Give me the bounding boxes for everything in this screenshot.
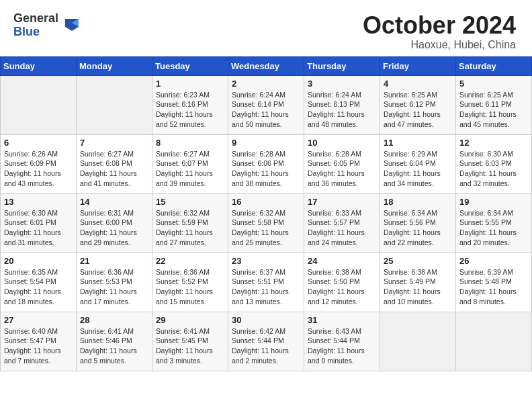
day-info: Sunrise: 6:24 AMSunset: 6:13 PMDaylight:… [308,90,376,130]
day-number: 1 [156,79,224,89]
day-number: 12 [459,138,528,148]
day-of-week-header: Friday [380,56,456,75]
calendar-cell: 15Sunrise: 6:32 AMSunset: 5:59 PMDayligh… [152,193,228,253]
logo-general: General [13,12,58,26]
day-number: 21 [80,256,148,266]
day-number: 10 [308,138,376,148]
calendar-header: SundayMondayTuesdayWednesdayThursdayFrid… [1,56,532,75]
day-info: Sunrise: 6:38 AMSunset: 5:49 PMDaylight:… [384,267,452,307]
calendar-cell: 4Sunrise: 6:25 AMSunset: 6:12 PMDaylight… [380,75,456,134]
calendar-cell: 11Sunrise: 6:29 AMSunset: 6:04 PMDayligh… [380,134,456,193]
day-number: 31 [308,315,376,325]
day-number: 13 [4,197,73,207]
day-of-week-header: Wednesday [228,56,304,75]
day-info: Sunrise: 6:42 AMSunset: 5:44 PMDaylight:… [232,326,300,366]
calendar-cell: 20Sunrise: 6:35 AMSunset: 5:54 PMDayligh… [1,253,77,312]
day-info: Sunrise: 6:37 AMSunset: 5:51 PMDaylight:… [232,267,300,307]
calendar-cell [380,312,456,371]
day-info: Sunrise: 6:30 AMSunset: 6:01 PMDaylight:… [4,208,73,248]
day-info: Sunrise: 6:31 AMSunset: 6:00 PMDaylight:… [80,208,148,248]
day-number: 15 [156,197,224,207]
day-number: 29 [156,315,224,325]
day-of-week-header: Thursday [304,56,380,75]
day-number: 25 [384,256,452,266]
calendar-cell [1,75,77,134]
day-info: Sunrise: 6:25 AMSunset: 6:12 PMDaylight:… [384,90,452,130]
logo-text: General Blue [13,12,58,39]
calendar-cell: 19Sunrise: 6:34 AMSunset: 5:55 PMDayligh… [456,193,532,253]
day-of-week-header: Sunday [1,56,77,75]
day-number: 28 [80,315,148,325]
day-info: Sunrise: 6:23 AMSunset: 6:16 PMDaylight:… [156,90,224,130]
calendar-cell: 16Sunrise: 6:32 AMSunset: 5:58 PMDayligh… [228,193,304,253]
day-info: Sunrise: 6:32 AMSunset: 5:58 PMDaylight:… [232,208,300,248]
day-number: 16 [232,197,300,207]
calendar-cell: 29Sunrise: 6:41 AMSunset: 5:45 PMDayligh… [152,312,228,371]
calendar-cell: 28Sunrise: 6:41 AMSunset: 5:46 PMDayligh… [77,312,152,371]
calendar-body: 1Sunrise: 6:23 AMSunset: 6:16 PMDaylight… [1,75,532,371]
day-info: Sunrise: 6:40 AMSunset: 5:47 PMDaylight:… [4,326,73,366]
day-of-week-header: Monday [77,56,152,75]
calendar-cell: 10Sunrise: 6:28 AMSunset: 6:05 PMDayligh… [304,134,380,193]
calendar-cell: 26Sunrise: 6:39 AMSunset: 5:48 PMDayligh… [456,253,532,312]
day-info: Sunrise: 6:41 AMSunset: 5:45 PMDaylight:… [156,326,224,366]
day-number: 26 [459,256,528,266]
calendar-cell: 9Sunrise: 6:28 AMSunset: 6:06 PMDaylight… [228,134,304,193]
day-number: 11 [384,138,452,148]
day-number: 2 [232,79,300,89]
day-number: 17 [308,197,376,207]
day-info: Sunrise: 6:25 AMSunset: 6:11 PMDaylight:… [459,90,528,130]
day-number: 3 [308,79,376,89]
day-of-week-header: Saturday [456,56,532,75]
day-number: 24 [308,256,376,266]
day-number: 20 [4,256,73,266]
calendar-cell: 13Sunrise: 6:30 AMSunset: 6:01 PMDayligh… [1,193,77,253]
calendar-cell [77,75,152,134]
day-number: 30 [232,315,300,325]
logo-blue: Blue [13,26,58,39]
day-info: Sunrise: 6:34 AMSunset: 5:55 PMDaylight:… [459,208,528,248]
day-info: Sunrise: 6:38 AMSunset: 5:50 PMDaylight:… [308,267,376,307]
day-info: Sunrise: 6:32 AMSunset: 5:59 PMDaylight:… [156,208,224,248]
day-number: 9 [232,138,300,148]
day-info: Sunrise: 6:43 AMSunset: 5:44 PMDaylight:… [308,326,376,366]
calendar-cell: 17Sunrise: 6:33 AMSunset: 5:57 PMDayligh… [304,193,380,253]
calendar-cell: 30Sunrise: 6:42 AMSunset: 5:44 PMDayligh… [228,312,304,371]
day-info: Sunrise: 6:27 AMSunset: 6:07 PMDaylight:… [156,149,224,189]
logo-icon [62,16,81,35]
calendar-cell: 24Sunrise: 6:38 AMSunset: 5:50 PMDayligh… [304,253,380,312]
calendar-cell: 2Sunrise: 6:24 AMSunset: 6:14 PMDaylight… [228,75,304,134]
calendar-cell: 8Sunrise: 6:27 AMSunset: 6:07 PMDaylight… [152,134,228,193]
day-info: Sunrise: 6:24 AMSunset: 6:14 PMDaylight:… [232,90,300,130]
day-info: Sunrise: 6:33 AMSunset: 5:57 PMDaylight:… [308,208,376,248]
day-info: Sunrise: 6:34 AMSunset: 5:56 PMDaylight:… [384,208,452,248]
calendar-table: SundayMondayTuesdayWednesdayThursdayFrid… [0,56,532,371]
calendar-cell: 18Sunrise: 6:34 AMSunset: 5:56 PMDayligh… [380,193,456,253]
calendar-cell: 7Sunrise: 6:27 AMSunset: 6:08 PMDaylight… [77,134,152,193]
day-info: Sunrise: 6:29 AMSunset: 6:04 PMDaylight:… [384,149,452,189]
calendar-cell: 3Sunrise: 6:24 AMSunset: 6:13 PMDaylight… [304,75,380,134]
day-info: Sunrise: 6:30 AMSunset: 6:03 PMDaylight:… [459,149,528,189]
day-number: 19 [459,197,528,207]
header-row: SundayMondayTuesdayWednesdayThursdayFrid… [1,56,532,75]
calendar-cell: 25Sunrise: 6:38 AMSunset: 5:49 PMDayligh… [380,253,456,312]
day-info: Sunrise: 6:39 AMSunset: 5:48 PMDaylight:… [459,267,528,307]
month-title: October 2024 [363,12,516,39]
day-info: Sunrise: 6:28 AMSunset: 6:06 PMDaylight:… [232,149,300,189]
page-header: General Blue October 2024 Haoxue, Hubei,… [0,0,532,56]
day-number: 6 [4,138,73,148]
calendar-cell: 1Sunrise: 6:23 AMSunset: 6:16 PMDaylight… [152,75,228,134]
day-info: Sunrise: 6:41 AMSunset: 5:46 PMDaylight:… [80,326,148,366]
day-of-week-header: Tuesday [152,56,228,75]
calendar-cell: 5Sunrise: 6:25 AMSunset: 6:11 PMDaylight… [456,75,532,134]
day-info: Sunrise: 6:35 AMSunset: 5:54 PMDaylight:… [4,267,73,307]
calendar-cell: 12Sunrise: 6:30 AMSunset: 6:03 PMDayligh… [456,134,532,193]
calendar-week-row: 27Sunrise: 6:40 AMSunset: 5:47 PMDayligh… [1,312,532,371]
day-info: Sunrise: 6:26 AMSunset: 6:09 PMDaylight:… [4,149,73,189]
calendar-week-row: 20Sunrise: 6:35 AMSunset: 5:54 PMDayligh… [1,253,532,312]
calendar-cell: 6Sunrise: 6:26 AMSunset: 6:09 PMDaylight… [1,134,77,193]
day-number: 18 [384,197,452,207]
calendar-week-row: 1Sunrise: 6:23 AMSunset: 6:16 PMDaylight… [1,75,532,134]
day-info: Sunrise: 6:27 AMSunset: 6:08 PMDaylight:… [80,149,148,189]
location: Haoxue, Hubei, China [363,39,516,51]
